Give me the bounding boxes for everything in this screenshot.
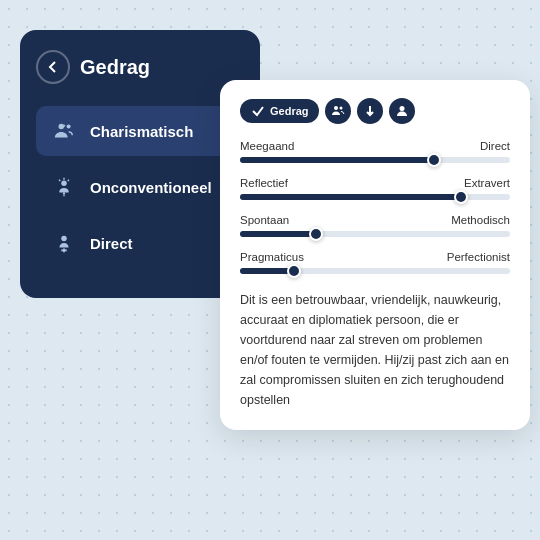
- svg-point-4: [61, 236, 67, 242]
- slider-fill-1: [240, 157, 434, 163]
- description-text: Dit is een betrouwbaar, vriendelijk, nau…: [240, 290, 510, 410]
- slider-fill-4: [240, 268, 294, 274]
- slider-left-1: Meegaand: [240, 140, 294, 152]
- back-icon: [45, 59, 61, 75]
- slider-left-4: Pragmaticus: [240, 251, 304, 263]
- slider-track-4[interactable]: [240, 268, 510, 274]
- slider-labels-4: Pragmaticus Perfectionist: [240, 251, 510, 263]
- slider-thumb-1: [427, 153, 441, 167]
- svg-point-1: [67, 124, 71, 128]
- svg-point-3: [63, 192, 65, 194]
- slider-fill-2: [240, 194, 461, 200]
- slider-labels-3: Spontaan Methodisch: [240, 214, 510, 226]
- down-arrow-icon-circle: [357, 98, 383, 124]
- panel-title: Gedrag: [80, 56, 150, 79]
- sidebar-label-direct: Direct: [90, 235, 133, 252]
- svg-point-10: [399, 106, 404, 111]
- check-icon: [250, 103, 266, 119]
- sidebar-item-onconventioneel[interactable]: Onconventioneel: [36, 162, 244, 212]
- right-card: Gedrag Meegaand Direct: [220, 80, 530, 430]
- slider-spontaan: Spontaan Methodisch: [240, 214, 510, 237]
- sidebar-label-onconventioneel: Onconventioneel: [90, 179, 212, 196]
- slider-track-2[interactable]: [240, 194, 510, 200]
- person-icon-circle: [389, 98, 415, 124]
- svg-point-8: [339, 107, 342, 110]
- slider-pragmaticus: Pragmaticus Perfectionist: [240, 251, 510, 274]
- slider-left-2: Reflectief: [240, 177, 288, 189]
- people-icon-circle: [325, 98, 351, 124]
- tag-bar: Gedrag: [240, 98, 510, 124]
- sidebar-item-charismatisch[interactable]: Charismatisch: [36, 106, 244, 156]
- gedrag-tag: Gedrag: [240, 99, 319, 123]
- svg-point-2: [61, 181, 67, 187]
- slider-track-1[interactable]: [240, 157, 510, 163]
- panel-header: Gedrag: [36, 50, 244, 84]
- slider-thumb-2: [454, 190, 468, 204]
- slider-right-2: Extravert: [464, 177, 510, 189]
- sidebar-item-direct[interactable]: Direct: [36, 218, 244, 268]
- slider-fill-3: [240, 231, 316, 237]
- back-button[interactable]: [36, 50, 70, 84]
- slider-right-3: Methodisch: [451, 214, 510, 226]
- slider-thumb-3: [309, 227, 323, 241]
- slider-labels-2: Reflectief Extravert: [240, 177, 510, 189]
- direct-icon: [50, 229, 78, 257]
- slider-labels-1: Meegaand Direct: [240, 140, 510, 152]
- svg-point-7: [334, 106, 338, 110]
- tag-label: Gedrag: [270, 105, 309, 117]
- slider-thumb-4: [287, 264, 301, 278]
- slider-right-4: Perfectionist: [447, 251, 510, 263]
- charismatisch-icon: [50, 117, 78, 145]
- slider-reflectief: Reflectief Extravert: [240, 177, 510, 200]
- sidebar-label-charismatisch: Charismatisch: [90, 123, 193, 140]
- slider-meegaand: Meegaand Direct: [240, 140, 510, 163]
- slider-right-1: Direct: [480, 140, 510, 152]
- slider-left-3: Spontaan: [240, 214, 289, 226]
- slider-track-3[interactable]: [240, 231, 510, 237]
- onconventioneel-icon: [50, 173, 78, 201]
